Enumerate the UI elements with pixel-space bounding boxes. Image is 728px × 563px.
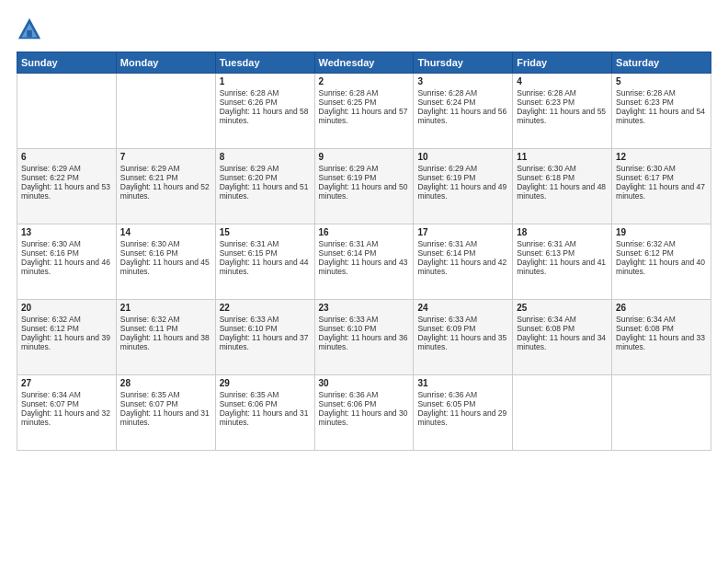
col-header-tuesday: Tuesday bbox=[215, 52, 314, 74]
daylight-text: Daylight: 11 hours and 32 minutes. bbox=[21, 408, 112, 427]
calendar-cell: 15Sunrise: 6:31 AMSunset: 6:15 PMDayligh… bbox=[215, 224, 314, 300]
sunset-text: Sunset: 6:10 PM bbox=[319, 324, 410, 333]
calendar-cell: 13Sunrise: 6:30 AMSunset: 6:16 PMDayligh… bbox=[17, 224, 117, 300]
day-number: 4 bbox=[517, 76, 608, 86]
daylight-text: Daylight: 11 hours and 52 minutes. bbox=[120, 182, 211, 201]
day-number: 10 bbox=[417, 152, 508, 162]
sunset-text: Sunset: 6:08 PM bbox=[517, 324, 608, 333]
calendar-cell: 16Sunrise: 6:31 AMSunset: 6:14 PMDayligh… bbox=[314, 224, 414, 300]
sunset-text: Sunset: 6:15 PM bbox=[220, 248, 311, 258]
col-header-friday: Friday bbox=[513, 52, 612, 74]
daylight-text: Daylight: 11 hours and 36 minutes. bbox=[319, 333, 410, 351]
sunrise-text: Sunrise: 6:36 AM bbox=[417, 390, 508, 399]
calendar-cell bbox=[17, 74, 117, 149]
day-number: 28 bbox=[120, 378, 211, 388]
sunrise-text: Sunrise: 6:32 AM bbox=[21, 315, 112, 324]
sunrise-text: Sunrise: 6:30 AM bbox=[21, 239, 112, 248]
sunset-text: Sunset: 6:22 PM bbox=[21, 173, 112, 182]
daylight-text: Daylight: 11 hours and 45 minutes. bbox=[120, 258, 211, 276]
day-number: 22 bbox=[220, 303, 311, 313]
calendar-cell: 11Sunrise: 6:30 AMSunset: 6:18 PMDayligh… bbox=[513, 149, 612, 224]
week-row-2: 13Sunrise: 6:30 AMSunset: 6:16 PMDayligh… bbox=[17, 224, 711, 300]
sunset-text: Sunset: 6:21 PM bbox=[120, 173, 211, 182]
calendar-cell bbox=[612, 375, 711, 451]
sunrise-text: Sunrise: 6:36 AM bbox=[319, 390, 410, 399]
sunset-text: Sunset: 6:17 PM bbox=[616, 173, 707, 182]
daylight-text: Daylight: 11 hours and 33 minutes. bbox=[616, 333, 707, 351]
day-number: 23 bbox=[319, 303, 410, 313]
sunset-text: Sunset: 6:16 PM bbox=[21, 248, 112, 258]
sunrise-text: Sunrise: 6:28 AM bbox=[220, 88, 311, 98]
calendar-cell: 12Sunrise: 6:30 AMSunset: 6:17 PMDayligh… bbox=[612, 149, 711, 224]
sunset-text: Sunset: 6:12 PM bbox=[616, 248, 707, 258]
sunrise-text: Sunrise: 6:31 AM bbox=[319, 239, 410, 248]
sunrise-text: Sunrise: 6:30 AM bbox=[616, 164, 707, 173]
daylight-text: Daylight: 11 hours and 54 minutes. bbox=[616, 107, 707, 125]
daylight-text: Daylight: 11 hours and 38 minutes. bbox=[120, 333, 211, 351]
day-number: 6 bbox=[21, 152, 112, 162]
daylight-text: Daylight: 11 hours and 48 minutes. bbox=[517, 182, 608, 201]
day-number: 25 bbox=[517, 303, 608, 313]
calendar-cell: 2Sunrise: 6:28 AMSunset: 6:25 PMDaylight… bbox=[314, 74, 414, 149]
sunrise-text: Sunrise: 6:31 AM bbox=[220, 239, 311, 248]
col-header-thursday: Thursday bbox=[414, 52, 513, 74]
calendar-cell bbox=[513, 375, 612, 451]
sunset-text: Sunset: 6:19 PM bbox=[319, 173, 410, 182]
sunrise-text: Sunrise: 6:33 AM bbox=[417, 315, 508, 324]
sunrise-text: Sunrise: 6:29 AM bbox=[319, 164, 410, 173]
daylight-text: Daylight: 11 hours and 55 minutes. bbox=[517, 107, 608, 125]
sunrise-text: Sunrise: 6:35 AM bbox=[220, 390, 311, 399]
sunset-text: Sunset: 6:11 PM bbox=[120, 324, 211, 333]
day-number: 20 bbox=[21, 303, 112, 313]
sunrise-text: Sunrise: 6:28 AM bbox=[616, 88, 707, 98]
daylight-text: Daylight: 11 hours and 58 minutes. bbox=[220, 107, 311, 125]
calendar-cell: 10Sunrise: 6:29 AMSunset: 6:19 PMDayligh… bbox=[414, 149, 513, 224]
sunset-text: Sunset: 6:07 PM bbox=[21, 399, 112, 408]
day-number: 8 bbox=[220, 152, 311, 162]
daylight-text: Daylight: 11 hours and 37 minutes. bbox=[220, 333, 311, 351]
daylight-text: Daylight: 11 hours and 31 minutes. bbox=[120, 408, 211, 427]
daylight-text: Daylight: 11 hours and 30 minutes. bbox=[319, 408, 410, 427]
daylight-text: Daylight: 11 hours and 40 minutes. bbox=[616, 258, 707, 276]
week-row-1: 6Sunrise: 6:29 AMSunset: 6:22 PMDaylight… bbox=[17, 149, 711, 224]
week-row-3: 20Sunrise: 6:32 AMSunset: 6:12 PMDayligh… bbox=[17, 300, 711, 375]
day-number: 30 bbox=[319, 378, 410, 388]
daylight-text: Daylight: 11 hours and 50 minutes. bbox=[319, 182, 410, 201]
daylight-text: Daylight: 11 hours and 34 minutes. bbox=[517, 333, 608, 351]
sunset-text: Sunset: 6:12 PM bbox=[21, 324, 112, 333]
daylight-text: Daylight: 11 hours and 43 minutes. bbox=[319, 258, 410, 276]
daylight-text: Daylight: 11 hours and 53 minutes. bbox=[21, 182, 112, 201]
sunrise-text: Sunrise: 6:34 AM bbox=[21, 390, 112, 399]
calendar-cell: 23Sunrise: 6:33 AMSunset: 6:10 PMDayligh… bbox=[314, 300, 414, 375]
sunrise-text: Sunrise: 6:28 AM bbox=[417, 88, 508, 98]
calendar-cell: 21Sunrise: 6:32 AMSunset: 6:11 PMDayligh… bbox=[116, 300, 215, 375]
day-number: 31 bbox=[417, 378, 508, 388]
sunrise-text: Sunrise: 6:31 AM bbox=[517, 239, 608, 248]
sunrise-text: Sunrise: 6:30 AM bbox=[517, 164, 608, 173]
sunrise-text: Sunrise: 6:33 AM bbox=[220, 315, 311, 324]
page: SundayMondayTuesdayWednesdayThursdayFrid… bbox=[0, 0, 728, 563]
sunset-text: Sunset: 6:23 PM bbox=[517, 98, 608, 107]
day-number: 13 bbox=[21, 227, 112, 237]
sunset-text: Sunset: 6:07 PM bbox=[120, 399, 211, 408]
calendar-cell: 6Sunrise: 6:29 AMSunset: 6:22 PMDaylight… bbox=[17, 149, 117, 224]
calendar-cell: 7Sunrise: 6:29 AMSunset: 6:21 PMDaylight… bbox=[116, 149, 215, 224]
calendar-cell: 24Sunrise: 6:33 AMSunset: 6:09 PMDayligh… bbox=[414, 300, 513, 375]
sunrise-text: Sunrise: 6:28 AM bbox=[517, 88, 608, 98]
sunset-text: Sunset: 6:14 PM bbox=[319, 248, 410, 258]
col-header-saturday: Saturday bbox=[612, 52, 711, 74]
sunset-text: Sunset: 6:16 PM bbox=[120, 248, 211, 258]
calendar-cell: 29Sunrise: 6:35 AMSunset: 6:06 PMDayligh… bbox=[215, 375, 314, 451]
day-number: 14 bbox=[120, 227, 211, 237]
daylight-text: Daylight: 11 hours and 57 minutes. bbox=[319, 107, 410, 125]
daylight-text: Daylight: 11 hours and 35 minutes. bbox=[417, 333, 508, 351]
header bbox=[17, 17, 711, 42]
daylight-text: Daylight: 11 hours and 31 minutes. bbox=[220, 408, 311, 427]
sunrise-text: Sunrise: 6:30 AM bbox=[120, 239, 211, 248]
calendar-cell: 30Sunrise: 6:36 AMSunset: 6:06 PMDayligh… bbox=[314, 375, 414, 451]
calendar-table: SundayMondayTuesdayWednesdayThursdayFrid… bbox=[17, 52, 711, 451]
sunset-text: Sunset: 6:06 PM bbox=[319, 399, 410, 408]
daylight-text: Daylight: 11 hours and 56 minutes. bbox=[417, 107, 508, 125]
sunrise-text: Sunrise: 6:28 AM bbox=[319, 88, 410, 98]
sunrise-text: Sunrise: 6:29 AM bbox=[417, 164, 508, 173]
